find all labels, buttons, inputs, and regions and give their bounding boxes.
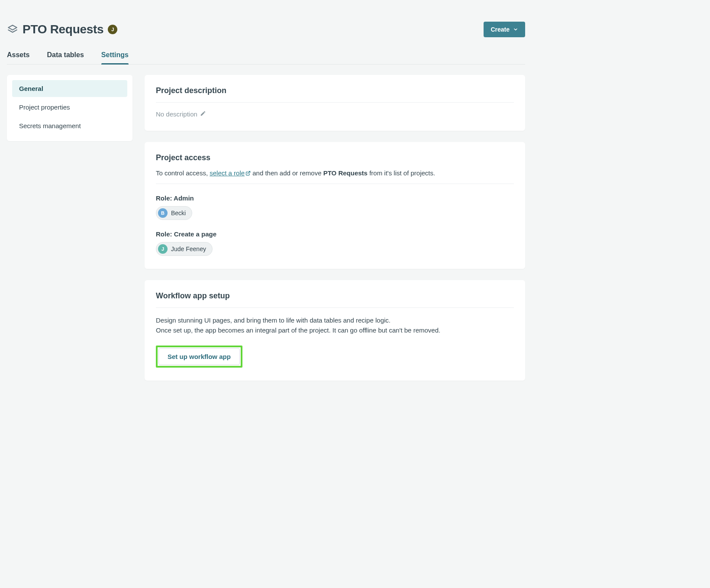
workflow-app-card: Workflow app setup Design stunning UI pa…: [145, 280, 525, 381]
project-access-card: Project access To control access, select…: [145, 142, 525, 269]
chevron-down-icon: [513, 27, 518, 32]
select-role-link[interactable]: select a role: [210, 169, 251, 177]
create-button-label: Create: [491, 26, 510, 33]
sidebar-item-secrets-management[interactable]: Secrets management: [12, 117, 127, 134]
user-name: Becki: [171, 210, 186, 216]
empty-description-text: No description: [156, 110, 197, 118]
owner-avatar: J: [108, 25, 117, 34]
user-chip[interactable]: J Jude Feeney: [156, 242, 213, 256]
create-button[interactable]: Create: [484, 22, 525, 37]
role-title-create-page: Role: Create a page: [156, 230, 514, 238]
tab-assets[interactable]: Assets: [7, 48, 29, 64]
page-header: PTO Requests J Create: [7, 22, 525, 48]
workflow-description: Design stunning UI pages, and bring them…: [156, 316, 514, 335]
tab-settings[interactable]: Settings: [101, 48, 129, 64]
page-title: PTO Requests: [23, 23, 103, 36]
avatar: J: [158, 244, 168, 254]
role-title-admin: Role: Admin: [156, 194, 514, 202]
highlight-frame: Set up workflow app: [156, 346, 242, 368]
svg-line-1: [248, 171, 250, 174]
layers-icon: [7, 24, 18, 35]
card-heading: Workflow app setup: [156, 291, 514, 307]
card-heading: Project description: [156, 86, 514, 102]
user-chip[interactable]: B Becki: [156, 206, 192, 220]
card-heading: Project access: [156, 153, 514, 169]
sidebar-item-general[interactable]: General: [12, 80, 127, 97]
pencil-icon[interactable]: [200, 110, 206, 118]
svg-marker-0: [8, 25, 17, 30]
external-link-icon: [245, 171, 251, 176]
tabs: Assets Data tables Settings: [7, 48, 525, 65]
setup-workflow-app-button[interactable]: Set up workflow app: [158, 348, 240, 365]
tab-data-tables[interactable]: Data tables: [47, 48, 84, 64]
settings-sidebar: General Project properties Secrets manag…: [7, 75, 132, 141]
avatar: B: [158, 208, 168, 218]
project-description-card: Project description No description: [145, 75, 525, 131]
access-description: To control access, select a role and the…: [156, 169, 514, 177]
sidebar-item-project-properties[interactable]: Project properties: [12, 99, 127, 116]
user-name: Jude Feeney: [171, 246, 206, 252]
